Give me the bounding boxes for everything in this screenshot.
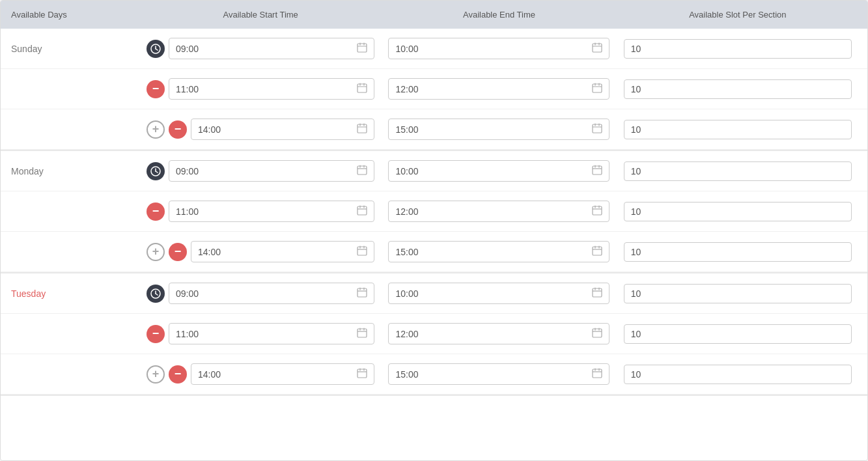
calendar-icon[interactable] [592,328,602,340]
slot-input[interactable]: 10 [624,39,852,59]
calendar-icon[interactable] [592,205,602,217]
start-time-cell: 09:00 [141,279,380,308]
slot-cell: 10 [619,198,857,225]
start-time-input[interactable]: 11:00 [169,323,374,344]
start-time-cell: −11:00 [141,74,380,104]
start-time-input[interactable]: 09:00 [169,283,374,304]
slot-input[interactable]: 10 [624,161,852,181]
calendar-icon[interactable] [357,287,367,300]
calendar-icon[interactable] [357,83,367,95]
calendar-icon[interactable] [592,368,602,380]
calendar-icon[interactable] [357,205,367,217]
end-time-input[interactable]: 12:00 [388,323,609,344]
slot-value: 10 [631,166,845,176]
table-row: Monday 09:00 10:00 10 [1,151,867,191]
table-row: +−14:00 15:00 10 [1,354,867,395]
table-row: Sunday 09:00 10:00 10 [1,29,867,69]
end-time-value: 15:00 [395,369,592,380]
calendar-icon[interactable] [592,42,602,55]
end-time-cell: 15:00 [380,115,618,144]
remove-row-button[interactable]: − [169,243,187,261]
remove-row-button[interactable]: − [147,325,165,343]
end-time-input[interactable]: 10:00 [388,283,609,304]
remove-row-button[interactable]: − [169,365,187,384]
header-col-slot: Available Slot Per Section [619,10,857,20]
day-name: Monday [11,166,44,176]
row-controls: − [147,203,169,221]
end-time-input[interactable]: 15:00 [388,241,609,262]
slot-value: 10 [631,247,845,257]
svg-rect-46 [357,247,367,255]
start-time-input[interactable]: 09:00 [169,38,374,59]
header-col-end: Available End Time [380,10,618,20]
start-time-input[interactable]: 11:00 [169,78,374,100]
day-label-monday: Monday [11,166,141,176]
calendar-icon[interactable] [357,42,367,55]
day-label-tuesday: Tuesday [11,288,141,299]
clock-icon [147,162,165,180]
end-time-input[interactable]: 15:00 [388,363,609,385]
slot-input[interactable]: 10 [624,79,852,99]
table-header: Available Days Available Start Time Avai… [1,1,867,29]
start-time-input[interactable]: 14:00 [191,241,374,262]
calendar-icon[interactable] [592,245,602,258]
end-time-cell: 10:00 [380,34,618,63]
end-time-cell: 15:00 [380,359,618,389]
start-time-value: 11:00 [176,206,357,217]
end-time-cell: 12:00 [380,197,618,226]
start-time-input[interactable]: 09:00 [169,160,374,182]
add-row-button[interactable]: + [147,120,165,139]
start-time-cell: +−14:00 [141,115,380,144]
add-row-button[interactable]: + [147,365,165,384]
end-time-value: 10:00 [395,166,592,176]
svg-rect-19 [357,124,367,133]
start-time-cell: −11:00 [141,319,380,348]
end-time-input[interactable]: 10:00 [388,160,609,182]
calendar-icon[interactable] [357,328,367,340]
end-time-input[interactable]: 10:00 [388,38,609,59]
remove-row-button[interactable]: − [147,80,165,98]
calendar-icon[interactable] [357,368,367,380]
slot-input[interactable]: 10 [624,284,852,303]
calendar-icon[interactable] [592,287,602,300]
start-time-value: 11:00 [176,329,357,339]
row-controls: +− [147,365,191,384]
end-time-input[interactable]: 15:00 [388,119,609,140]
slot-input[interactable]: 10 [624,324,852,344]
end-time-value: 15:00 [395,124,592,135]
calendar-icon[interactable] [592,83,602,95]
start-time-input[interactable]: 14:00 [191,119,374,140]
end-time-input[interactable]: 12:00 [388,78,609,100]
remove-row-button[interactable]: − [169,120,187,139]
svg-rect-23 [593,124,602,133]
start-time-value: 11:00 [176,84,357,94]
slot-cell: 10 [619,116,857,143]
calendar-icon[interactable] [357,123,367,135]
slot-value: 10 [631,124,845,135]
start-time-cell: +−14:00 [141,237,380,266]
start-time-input[interactable]: 14:00 [191,363,374,385]
add-row-button[interactable]: + [147,243,165,261]
schedule-table: Available Days Available Start Time Avai… [0,0,868,461]
end-time-cell: 10:00 [380,156,618,186]
slot-input[interactable]: 10 [624,242,852,262]
remove-row-button[interactable]: − [147,203,165,221]
start-time-value: 14:00 [198,124,357,135]
slot-input[interactable]: 10 [624,365,852,384]
slot-input[interactable]: 10 [624,202,852,221]
end-time-input[interactable]: 12:00 [388,201,609,222]
table-row: +−14:00 15:00 10 [1,232,867,272]
calendar-icon[interactable] [357,165,367,177]
start-time-input[interactable]: 11:00 [169,201,374,222]
svg-line-56 [156,294,158,295]
calendar-icon[interactable] [592,165,602,177]
row-controls [147,40,169,58]
calendar-icon[interactable] [357,245,367,258]
start-time-cell: 09:00 [141,156,380,186]
calendar-icon[interactable] [592,123,602,135]
end-time-value: 12:00 [395,329,592,339]
end-time-cell: 12:00 [380,319,618,348]
svg-rect-34 [593,166,602,175]
day-section-sunday: Sunday 09:00 10:00 10−11:00 12:00 10+−1 [1,29,867,151]
slot-input[interactable]: 10 [624,120,852,139]
